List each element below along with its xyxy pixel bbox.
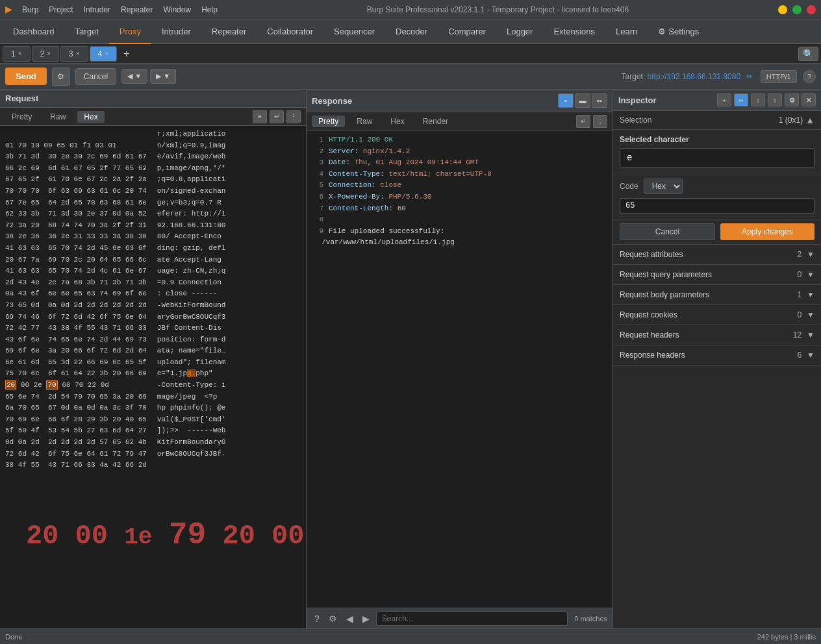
inspector-request-headers[interactable]: Request headers 12 ▼ [613,325,821,345]
inspector-collapse-btn[interactable]: ↕ [768,93,782,106]
code-value-input[interactable] [620,198,815,214]
request-panel-toolbar: ≡ ↵ ⋮ [253,110,301,123]
inspector-cookies[interactable]: Request cookies 0 ▼ [613,305,821,325]
inspector-sort-btn[interactable]: ↕ [751,93,765,106]
settings-button[interactable]: ⚙ [52,68,70,86]
response-tab-raw[interactable]: Raw [350,116,379,127]
response-search-bar: ? ⚙ ◀ ▶ 0 matches [307,608,613,628]
menu-window[interactable]: Window [163,5,191,14]
resp-pretty-btn[interactable]: ↵ [576,115,590,128]
sub-tab-4[interactable]: 4 × [90,46,118,62]
tab-extensions[interactable]: Extensions [543,19,605,44]
search-help-button[interactable]: ? [312,612,322,625]
target-label: Target: [622,72,646,81]
http-version-badge[interactable]: HTTP/1 [761,70,797,83]
inspector-panel: Inspector ▪ ▪▪ ↕ ↕ ⚙ ✕ Selection 1 (0x1)… [613,90,821,628]
sub-tab-2[interactable]: 2 × [32,46,60,62]
code-format-dropdown[interactable]: Hex Dec Oct [644,179,683,194]
request-panel: Request Pretty Raw Hex ≡ ↵ ⋮ 01 70 10 09… [0,90,307,628]
response-tab-hex[interactable]: Hex [384,116,410,127]
inspector-settings-btn[interactable]: ⚙ [785,93,799,106]
response-view-buttons: ▪ ▬ ▪▪ [558,93,607,108]
sub-tab-3[interactable]: 3 × [60,46,88,62]
tab-dashboard[interactable]: Dashboard [3,19,65,44]
attributes-label: Request attributes [620,250,797,259]
response-headers-count: 6 [797,351,802,360]
close-tab-1[interactable]: × [18,50,22,57]
tab-intruder[interactable]: Intruder [151,19,201,44]
response-tab-render[interactable]: Render [416,116,455,127]
send-button[interactable]: Send [5,68,47,85]
code-section: Code Hex Dec Oct [613,173,821,219]
edit-target-icon[interactable]: ✏ [746,72,753,81]
tab-settings[interactable]: ⚙ Settings [648,19,709,44]
inspector-body-params[interactable]: Request body parameters 1 ▼ [613,285,821,305]
maximize-button[interactable] [792,5,802,14]
more-options-button[interactable]: ⋮ [286,110,301,123]
cancel-button[interactable]: Cancel [75,68,116,85]
tab-sequencer[interactable]: Sequencer [323,19,385,44]
request-tab-pretty[interactable]: Pretty [5,111,38,123]
menu-burp[interactable]: Burp [22,5,38,14]
cancel-changes-button[interactable]: Cancel [620,223,715,240]
inspector-view-1[interactable]: ▪ [717,93,731,106]
tab-logger[interactable]: Logger [496,19,543,44]
tab-collaborator[interactable]: Collaborator [257,19,323,44]
request-tab-raw[interactable]: Raw [44,111,72,123]
ln-button[interactable]: ↵ [270,110,284,123]
search-settings-button[interactable]: ⚙ [326,612,340,625]
close-tab-3[interactable]: × [76,50,80,57]
inspector-view-2[interactable]: ▪▪ [734,93,748,106]
close-button[interactable] [807,5,816,14]
search-input[interactable] [376,612,568,626]
status-left: Done [5,633,22,641]
tab-target[interactable]: Target [65,19,109,44]
inspector-close-btn[interactable]: ✕ [802,93,816,106]
menu-project[interactable]: Project [49,5,73,14]
selection-expand-btn[interactable]: ▲ [805,115,815,125]
request-tab-hex[interactable]: Hex [77,111,104,123]
menu-intruder[interactable]: Intruder [84,5,110,14]
menu-help[interactable]: Help [201,5,218,14]
minimize-button[interactable] [778,5,787,14]
response-content: 1HTTP/1.1 200 OK 2Server: nginx/1.4.2 3D… [307,130,613,608]
cookies-count: 0 [797,310,802,319]
selected-char-section: Selected character e [613,130,821,173]
request-headers-count: 12 [793,330,802,340]
view-btn-2[interactable]: ▬ [575,93,590,108]
pretty-print-button[interactable]: ≡ [253,110,267,123]
tab-learn[interactable]: Learn [605,19,648,44]
sub-tab-1[interactable]: 1 × [3,46,31,62]
inspector-attributes[interactable]: Request attributes 2 ▼ [613,245,821,265]
inspector-query-params[interactable]: Request query parameters 0 ▼ [613,265,821,285]
close-tab-2[interactable]: × [47,50,51,57]
query-params-count: 0 [797,270,802,279]
resp-more-btn[interactable]: ⋮ [593,115,607,128]
search-next-button[interactable]: ▶ [360,612,372,625]
search-prev-button[interactable]: ◀ [344,612,356,625]
tab-comparer[interactable]: Comparer [438,19,496,44]
attributes-chevron-icon: ▼ [807,250,815,259]
response-tab-pretty[interactable]: Pretty [312,116,345,127]
query-params-label: Request query parameters [620,270,797,279]
tab-proxy[interactable]: Proxy [109,19,151,44]
tab-decoder[interactable]: Decoder [385,19,438,44]
tab-repeater[interactable]: Repeater [201,19,257,44]
inspector-response-headers[interactable]: Response headers 6 ▼ [613,345,821,365]
settings-gear-icon: ⚙ [658,27,666,36]
apply-changes-button[interactable]: Apply changes [720,223,815,240]
menu-repeater[interactable]: Repeater [121,5,153,14]
search-tabs-button[interactable]: 🔍 [798,47,818,61]
add-tab-button[interactable]: + [118,46,134,62]
next-button[interactable]: ▶ ▼ [150,69,176,84]
close-tab-4[interactable]: × [105,50,108,57]
help-button[interactable]: ? [803,70,816,83]
selected-char-display: e [620,148,815,167]
response-panel-tabs: Pretty Raw Hex Render ↵ ⋮ [307,112,613,130]
view-btn-1[interactable]: ▪ [558,93,574,108]
status-bar: Done 242 bytes | 3 millis [0,628,821,644]
view-btn-3[interactable]: ▪▪ [592,93,607,108]
main-content: Request Pretty Raw Hex ≡ ↵ ⋮ 01 70 10 09… [0,90,821,628]
prev-button[interactable]: ◀ ▼ [121,69,147,84]
code-row: Code Hex Dec Oct [620,179,815,194]
